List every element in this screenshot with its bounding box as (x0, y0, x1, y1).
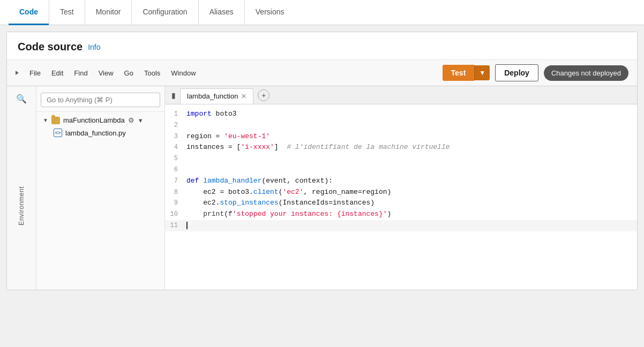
editor-toolbar: File Edit Find View Go Tools Window Test… (7, 60, 637, 86)
code-line-7: 7 def lambda_handler(event, context): (165, 176, 637, 187)
menu-edit[interactable]: Edit (47, 67, 68, 79)
file-name: lambda_function.py (65, 129, 126, 137)
new-tab-button[interactable]: + (258, 89, 269, 101)
code-editor[interactable]: ▮ lambda_function ✕ + 1 import boto3 2 (165, 86, 637, 290)
search-box-container (36, 90, 164, 112)
file-item[interactable]: <> lambda_function.py (36, 126, 164, 139)
deploy-button[interactable]: Deploy (495, 64, 538, 81)
code-line-6: 6 (165, 164, 637, 176)
main-content: Code source Info File Edit Find View Go … (6, 32, 638, 290)
code-line-3: 3 region = 'eu-west-1' (165, 131, 637, 142)
environment-label: Environment (18, 186, 25, 225)
search-icon[interactable]: 🔍 (13, 90, 30, 107)
folder-arrow-icon: ▼ (43, 117, 48, 123)
code-line-2: 2 (165, 120, 637, 131)
menu-view[interactable]: View (94, 67, 118, 79)
menu-go[interactable]: Go (120, 67, 138, 79)
test-dropdown-button[interactable]: ▼ (474, 65, 490, 80)
tab-versions[interactable]: Versions (244, 0, 295, 25)
code-line-10: 10 print(f'stopped your instances: {inst… (165, 209, 637, 220)
editor-tab-lambda[interactable]: lambda_function ✕ (180, 88, 253, 104)
menu-file[interactable]: File (25, 67, 45, 79)
tab-monitor[interactable]: Monitor (85, 0, 132, 25)
code-content: 1 import boto3 2 3 region = 'eu-west-1' … (165, 104, 637, 236)
settings-icon[interactable]: ⚙ (128, 116, 134, 124)
changes-status-button[interactable]: Changes not deployed (544, 65, 628, 81)
sidebar: 🔍 Environment (7, 86, 36, 290)
test-button[interactable]: Test (443, 65, 475, 81)
tab-configuration[interactable]: Configuration (131, 0, 198, 25)
page-title: Code source (18, 41, 83, 53)
tab-test[interactable]: Test (49, 0, 85, 25)
code-source-header: Code source Info (7, 32, 637, 60)
menu-window[interactable]: Window (167, 67, 200, 79)
editor-tabs: ▮ lambda_function ✕ + (165, 86, 637, 104)
folder-name: maFunctionLambda (63, 116, 125, 124)
tab-aliases[interactable]: Aliases (198, 0, 244, 25)
folder-item[interactable]: ▼ maFunctionLambda ⚙ ▼ (36, 114, 164, 126)
settings-dropdown-icon[interactable]: ▼ (138, 117, 144, 124)
python-file-icon: <> (54, 129, 62, 137)
menu-find[interactable]: Find (70, 67, 92, 79)
collapse-icon[interactable] (16, 71, 19, 75)
code-line-5: 5 (165, 153, 637, 164)
tab-filename: lambda_function (187, 92, 238, 100)
tab-code[interactable]: Code (9, 0, 49, 25)
search-input[interactable] (41, 93, 160, 107)
editor-area: 🔍 Environment ▼ maFunctionLambda ⚙ ▼ <> … (7, 86, 637, 290)
folder-icon (51, 117, 60, 124)
test-button-group: Test ▼ (443, 65, 490, 81)
code-line-9: 9 ec2.stop_instances(InstanceIds=instanc… (165, 198, 637, 209)
code-line-11: 11 (165, 220, 637, 231)
main-tab-bar: Code Test Monitor Configuration Aliases … (0, 0, 644, 25)
code-line-4: 4 instances = ['i-xxxx'] # l'identifiant… (165, 142, 637, 153)
code-line-1: 1 import boto3 (165, 109, 637, 120)
tab-close-icon[interactable]: ✕ (241, 93, 246, 100)
file-tab-icon: ▮ (169, 88, 178, 103)
file-tree-panel: ▼ maFunctionLambda ⚙ ▼ <> lambda_functio… (36, 86, 165, 290)
code-line-8: 8 ec2 = boto3.client('ec2', region_name=… (165, 187, 637, 198)
info-link[interactable]: Info (88, 43, 100, 51)
menu-tools[interactable]: Tools (140, 67, 164, 79)
